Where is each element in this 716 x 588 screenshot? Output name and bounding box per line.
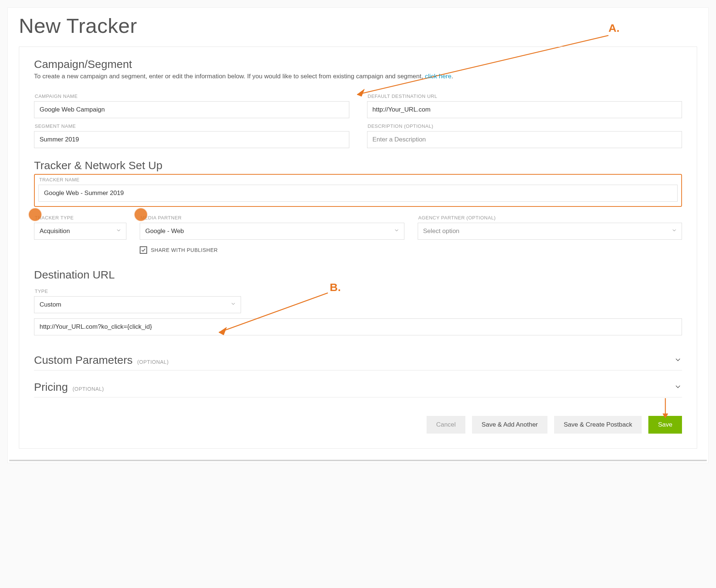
share-with-publisher-label: SHARE WITH PUBLISHER — [151, 247, 218, 253]
media-partner-select[interactable]: Google - Web — [140, 223, 404, 240]
save-add-another-button[interactable]: Save & Add Another — [472, 416, 547, 434]
segment-name-label: SEGMENT NAME — [35, 123, 349, 129]
destination-type-label: TYPE — [35, 288, 241, 294]
agency-partner-select[interactable]: Select option — [418, 223, 682, 240]
campaign-name-label: CAMPAIGN NAME — [35, 93, 349, 99]
pricing-optional: (OPTIONAL) — [72, 386, 104, 392]
click-here-link[interactable]: click here — [425, 73, 451, 80]
campaign-intro-suffix: . — [451, 73, 453, 80]
tracker-section-title: Tracker & Network Set Up — [34, 159, 682, 172]
bottom-shadow — [9, 460, 707, 461]
default-url-input[interactable] — [367, 101, 682, 118]
description-label: DESCRIPTION (OPTIONAL) — [368, 123, 682, 129]
orange-dot-icon — [135, 208, 147, 221]
agency-partner-label: AGENCY PARTNER (OPTIONAL) — [418, 215, 682, 220]
destination-type-value: Custom — [40, 301, 61, 308]
cancel-button[interactable]: Cancel — [427, 416, 465, 434]
campaign-name-input[interactable] — [34, 101, 349, 118]
chevron-down-icon — [674, 383, 682, 392]
share-with-publisher-checkbox[interactable] — [140, 246, 147, 254]
chevron-down-icon — [230, 301, 236, 309]
agency-partner-placeholder: Select option — [423, 228, 459, 235]
custom-parameters-optional: (OPTIONAL) — [137, 359, 169, 365]
tracker-name-label: TRACKER NAME — [39, 177, 678, 182]
chevron-down-icon — [674, 356, 682, 365]
chevron-down-icon — [671, 228, 677, 235]
tracker-name-input[interactable] — [38, 185, 678, 202]
tracker-type-value: Acquisition — [40, 228, 70, 235]
campaign-intro-text: To create a new campaign and segment, en… — [34, 73, 425, 80]
tracker-type-select[interactable]: Acquisition — [34, 223, 126, 240]
destination-section-title: Destination URL — [34, 269, 682, 281]
pricing-section[interactable]: Pricing (OPTIONAL) — [34, 377, 682, 397]
chevron-down-icon — [116, 228, 122, 235]
segment-name-input[interactable] — [34, 131, 349, 148]
orange-dot-icon — [29, 208, 41, 221]
tracker-name-highlight: TRACKER NAME — [34, 174, 682, 207]
campaign-section-title: Campaign/Segment — [34, 58, 682, 71]
destination-url-input[interactable] — [34, 318, 682, 335]
save-button[interactable]: Save — [648, 416, 682, 434]
media-partner-label: MEDIA PARTNER — [140, 215, 404, 220]
pricing-title: Pricing — [34, 381, 68, 393]
tracker-type-label: TRACKER TYPE — [35, 215, 126, 220]
custom-parameters-section[interactable]: Custom Parameters (OPTIONAL) — [34, 350, 682, 370]
custom-parameters-title: Custom Parameters — [34, 354, 133, 366]
description-input[interactable] — [367, 131, 682, 148]
campaign-intro: To create a new campaign and segment, en… — [34, 73, 682, 80]
destination-type-select[interactable]: Custom — [34, 296, 241, 313]
media-partner-value: Google - Web — [145, 228, 184, 235]
page-title: New Tracker — [19, 14, 708, 38]
default-url-label: DEFAULT DESTINATION URL — [368, 93, 682, 99]
chevron-down-icon — [394, 228, 400, 235]
save-create-postback-button[interactable]: Save & Create Postback — [554, 416, 642, 434]
